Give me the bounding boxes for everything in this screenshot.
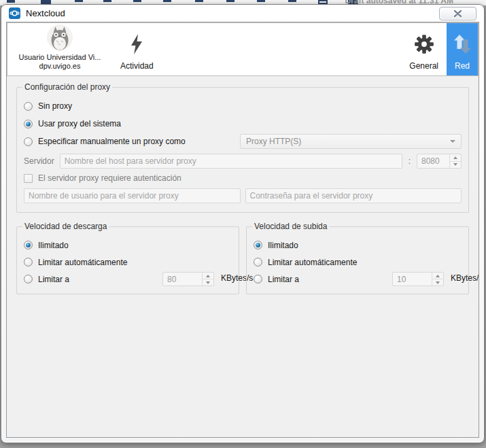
toolbar-spacer: [162, 23, 402, 75]
tab-network-label: Red: [455, 61, 470, 71]
proxy-auth-label: El servidor proxy requiere autenticación: [38, 173, 181, 183]
radio-label: Usar proxy del sistema: [38, 119, 121, 128]
download-group-title: Velocidad de descarga: [22, 222, 109, 231]
nextcloud-settings-window: Nextcloud: [1, 4, 485, 443]
radio-row-upload-unlimited[interactable]: Ilimitado: [254, 237, 462, 254]
proxy-host-input[interactable]: [60, 154, 402, 169]
window-title: Nextcloud: [26, 8, 65, 18]
proxy-type-value: Proxy HTTP(S): [246, 137, 301, 146]
radio-button-manual-proxy[interactable]: [24, 137, 33, 146]
tab-general[interactable]: General: [401, 23, 447, 75]
tab-account[interactable]: Usuario Universidad Vi... dpv.uvigo.es: [7, 23, 112, 75]
window-client-area: Usuario Universidad Vi... dpv.uvigo.es A…: [6, 22, 479, 438]
download-limit-value: 80: [163, 273, 202, 286]
close-button[interactable]: [439, 7, 476, 20]
radio-row-manual-proxy[interactable]: Especificar manualmente un proxy como Pr…: [24, 133, 462, 150]
network-settings-content: Configuración del proxy Sin proxy Usar p…: [7, 76, 479, 294]
spinner-down-icon[interactable]: [432, 279, 443, 286]
proxy-auth-checkbox[interactable]: [24, 174, 33, 183]
proxy-groupbox: Configuración del proxy Sin proxy Usar p…: [16, 87, 469, 213]
download-speed-groupbox: Velocidad de descarga Ilimitado Limitar …: [16, 226, 239, 294]
background-icon-fragment: [7, 0, 15, 3]
proxy-type-select[interactable]: Proxy HTTP(S): [240, 134, 462, 149]
radio-button-download-auto[interactable]: [24, 258, 33, 266]
window-titlebar[interactable]: Nextcloud: [1, 5, 484, 22]
proxy-server-row: Servidor : 8080: [24, 152, 462, 170]
background-icon-fragment: [288, 0, 296, 2]
proxy-group-title: Configuración del proxy: [22, 82, 112, 92]
upload-limit-spinner[interactable]: 10: [392, 272, 444, 286]
proxy-password-input[interactable]: [245, 188, 462, 203]
background-icon-fragment: [257, 0, 265, 2]
radio-row-download-auto[interactable]: Limitar automáticamente: [24, 254, 232, 271]
nextcloud-logo-icon: [9, 7, 20, 19]
upload-limit-value: 10: [393, 273, 432, 286]
spinner-buttons[interactable]: [449, 154, 461, 168]
radio-button-no-proxy[interactable]: [24, 102, 33, 111]
background-icon-fragment: [226, 0, 235, 2]
radio-button-system-proxy-selected[interactable]: [24, 120, 33, 128]
background-icon-fragment: [75, 0, 83, 2]
radio-row-system-proxy[interactable]: Usar proxy del sistema: [24, 115, 462, 133]
tab-activity[interactable]: Actividad: [112, 23, 162, 75]
download-limit-spinner[interactable]: 80: [162, 272, 214, 286]
proxy-credentials-row: [24, 188, 462, 203]
network-up-down-arrows-icon: [453, 34, 472, 54]
proxy-port-value: 8080: [417, 154, 449, 168]
background-icon-fragment: [133, 0, 141, 2]
radio-row-download-limit[interactable]: Limitar a 80 KBytes/s: [24, 271, 232, 288]
lightning-icon: [129, 33, 144, 55]
totoro-avatar-icon: [47, 24, 73, 50]
tab-network-selected[interactable]: Red: [447, 23, 478, 75]
tab-general-label: General: [409, 61, 438, 71]
account-name: Usuario Universidad Vi...: [19, 53, 101, 62]
spinner-up-icon[interactable]: [203, 273, 213, 279]
radio-label: Ilimitado: [268, 241, 298, 250]
radio-button-upload-auto[interactable]: [254, 258, 262, 266]
tab-activity-label: Actividad: [120, 61, 154, 71]
radio-label: Especificar manualmente un proxy como: [38, 137, 186, 146]
radio-row-upload-auto[interactable]: Limitar automáticamente: [254, 254, 462, 271]
spinner-down-icon[interactable]: [450, 162, 461, 169]
radio-row-download-unlimited[interactable]: Ilimitado: [24, 237, 232, 254]
radio-row-no-proxy[interactable]: Sin proxy: [24, 97, 462, 115]
proxy-port-spinner[interactable]: 8080: [417, 154, 462, 169]
background-icon-fragment: [163, 0, 171, 2]
port-separator: :: [408, 156, 411, 166]
spinner-up-icon[interactable]: [450, 154, 461, 162]
spinner-buttons[interactable]: [202, 273, 213, 286]
gear-icon: [414, 34, 434, 54]
spinner-down-icon[interactable]: [203, 279, 213, 286]
spinner-buttons[interactable]: [432, 273, 443, 286]
upload-group-title: Velocidad de subida: [252, 222, 329, 231]
proxy-username-input[interactable]: [24, 188, 241, 203]
background-icon-fragment: [103, 0, 111, 2]
radio-label: Limitar a: [268, 275, 299, 284]
server-label: Servidor: [24, 156, 54, 166]
upload-speed-groupbox: Velocidad de subida Ilimitado Limitar au…: [246, 226, 469, 294]
radio-row-upload-limit[interactable]: Limitar a 10 KBytes/s: [254, 271, 462, 288]
radio-label: Limitar a: [38, 275, 69, 284]
radio-label: Sin proxy: [38, 101, 72, 111]
settings-toolbar: Usuario Universidad Vi... dpv.uvigo.es A…: [7, 22, 479, 76]
close-icon: [454, 10, 462, 17]
proxy-auth-row[interactable]: El servidor proxy requiere autenticación: [24, 170, 462, 186]
chevron-down-icon: [450, 140, 455, 143]
radio-label: Limitar automáticamente: [38, 258, 127, 267]
radio-button-download-unlimited-selected[interactable]: [24, 241, 33, 249]
bandwidth-settings-row: Velocidad de descarga Ilimitado Limitar …: [16, 222, 469, 294]
spinner-up-icon[interactable]: [432, 273, 443, 279]
account-avatar: [47, 24, 73, 50]
radio-label: Ilimitado: [38, 241, 69, 250]
radio-button-upload-unlimited-selected[interactable]: [254, 241, 262, 249]
radio-label: Limitar automáticamente: [268, 258, 357, 267]
radio-button-upload-limit[interactable]: [254, 275, 262, 283]
background-icon-fragment: [195, 0, 203, 2]
radio-button-download-limit[interactable]: [24, 275, 33, 283]
account-server: dpv.uvigo.es: [19, 62, 101, 71]
upload-limit-unit: KBytes/s: [451, 273, 479, 283]
